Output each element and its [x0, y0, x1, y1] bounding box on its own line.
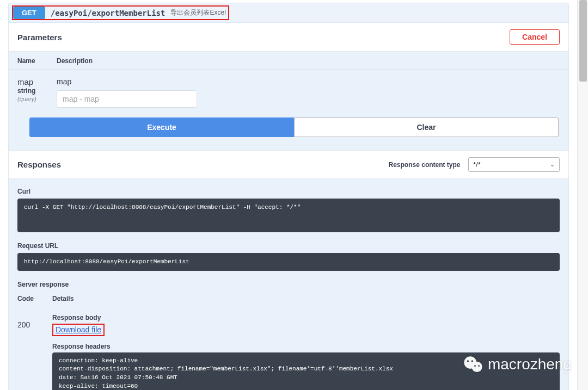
- execute-button[interactable]: Execute: [29, 117, 294, 137]
- endpoint-summary: 导出会员列表Excel: [170, 8, 225, 17]
- details-column-label: Details: [52, 295, 560, 302]
- request-url-label: Request URL: [17, 242, 560, 250]
- action-buttons-row: Execute Clear: [9, 115, 568, 143]
- server-response-label: Server response: [17, 281, 560, 288]
- param-type: string: [17, 87, 57, 95]
- param-in: (query): [17, 96, 57, 102]
- responses-body: Curl curl -X GET "http://localhost:8088/…: [9, 179, 568, 390]
- curl-block[interactable]: curl -X GET "http://localhost:8088/easyP…: [17, 199, 560, 232]
- cancel-button[interactable]: Cancel: [510, 29, 560, 45]
- params-header-row: Name Description: [9, 52, 568, 70]
- operation-block: GET /easyPoi/exportMemberList 导出会员列表Exce…: [8, 3, 569, 390]
- param-input[interactable]: [57, 90, 197, 108]
- endpoint-path: /easyPoi/exportMemberList: [51, 9, 166, 17]
- clear-button[interactable]: Clear: [294, 117, 559, 137]
- method-badge: GET: [13, 7, 45, 19]
- param-description: map: [57, 77, 560, 86]
- request-url-block[interactable]: http://localhost:8088/easyPoi/exportMemb…: [17, 253, 560, 271]
- curl-label: Curl: [17, 188, 560, 195]
- col-name-label: Name: [17, 57, 57, 65]
- code-column-label: Code: [17, 295, 52, 302]
- response-content-type-label: Response content type: [389, 161, 461, 169]
- chevron-down-icon: ⌄: [550, 161, 555, 168]
- response-content-type-select[interactable]: */* ⌄: [468, 157, 560, 172]
- response-body-label: Response body: [52, 314, 560, 321]
- operation-header[interactable]: GET /easyPoi/exportMemberList 导出会员列表Exce…: [9, 3, 568, 23]
- download-file-link[interactable]: Download file: [56, 325, 101, 334]
- response-row: 200 Response body Download file Response…: [9, 307, 568, 391]
- parameters-title: Parameters: [17, 33, 62, 42]
- parameters-bar: Parameters Cancel: [9, 23, 568, 52]
- highlight-download: Download file: [52, 324, 105, 336]
- scrollbar[interactable]: [577, 0, 588, 390]
- response-code: 200: [17, 307, 52, 391]
- response-headers-block[interactable]: connection: keep-alive content-dispositi…: [52, 352, 560, 391]
- param-row: map string (query) map: [9, 70, 568, 115]
- response-columns-header: Code Details: [9, 293, 568, 307]
- highlight-endpoint: GET /easyPoi/exportMemberList 导出会员列表Exce…: [12, 5, 229, 20]
- scrollbar-thumb[interactable]: [579, 0, 587, 82]
- col-description-label: Description: [57, 57, 560, 65]
- responses-bar: Responses Response content type */* ⌄: [9, 150, 568, 179]
- parameters-body: Name Description map string (query) map …: [9, 52, 568, 150]
- param-name: map: [17, 77, 57, 86]
- response-content-type-value: */*: [473, 160, 481, 169]
- response-headers-label: Response headers: [52, 343, 560, 350]
- responses-title: Responses: [17, 160, 61, 169]
